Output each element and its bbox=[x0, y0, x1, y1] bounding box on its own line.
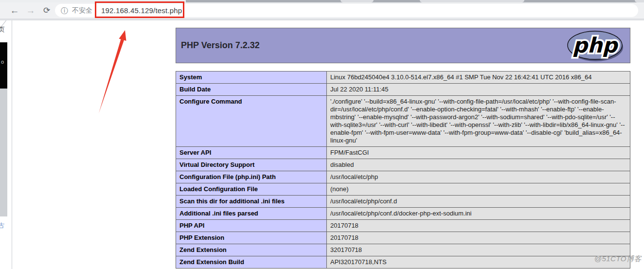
page-title: PHP Version 7.2.32 bbox=[181, 40, 260, 51]
row-label: Scan this dir for additional .ini files bbox=[176, 196, 327, 208]
table-row: Zend Extension 320170718 bbox=[176, 244, 630, 256]
php-logo: php bbox=[565, 29, 626, 62]
row-value: 320170718 bbox=[327, 244, 630, 256]
row-value: FPM/FastCGI bbox=[327, 147, 630, 159]
row-label: PHP API bbox=[176, 220, 327, 232]
table-row: Virtual Directory Support disabled bbox=[176, 159, 630, 171]
forward-button[interactable]: → bbox=[24, 4, 37, 17]
php-logo-text: php bbox=[572, 33, 619, 57]
row-value: Linux 76bd245040e4 3.10.0-514.el7.x86_64… bbox=[327, 72, 630, 84]
fragment-char-blue: 古 bbox=[0, 221, 4, 230]
row-value: (none) bbox=[327, 183, 630, 196]
row-value: './configure' '--build=x86_64-linux-gnu'… bbox=[327, 96, 630, 147]
row-label: Loaded Configuration File bbox=[176, 183, 327, 196]
row-label: Configuration File (php.ini) Path bbox=[176, 171, 327, 183]
table-row: Configure Command './configure' '--build… bbox=[176, 96, 630, 147]
back-button[interactable]: ← bbox=[8, 4, 21, 17]
table-row: Zend Extension Build API320170718,NTS bbox=[176, 256, 630, 269]
fragment-char-black-panel: o bbox=[1, 59, 4, 65]
watermark: @51CTO博客 bbox=[594, 254, 642, 264]
security-status-label: 不安全 bbox=[72, 6, 92, 15]
row-value: Jul 22 2020 11:11:45 bbox=[327, 84, 630, 96]
phpinfo-header: PHP Version 7.2.32 php bbox=[176, 28, 630, 63]
fragment-black-panel: o bbox=[0, 42, 7, 89]
fragment-gray-panel bbox=[0, 89, 7, 216]
table-row: Additional .ini files parsed /usr/local/… bbox=[176, 208, 630, 220]
row-value: /usr/local/etc/php/conf.d/docker-php-ext… bbox=[327, 208, 630, 220]
table-row: Configuration File (php.ini) Path /usr/l… bbox=[176, 171, 630, 183]
reload-button[interactable]: ⟳ bbox=[40, 4, 53, 17]
table-row: Build Date Jul 22 2020 11:11:45 bbox=[176, 84, 630, 96]
row-label: Virtual Directory Support bbox=[176, 159, 327, 171]
phpinfo-table: System Linux 76bd245040e4 3.10.0-514.el7… bbox=[176, 71, 630, 269]
address-bar[interactable]: ⓘ 不安全 192.168.45.129/test.php bbox=[55, 4, 638, 17]
row-label: Zend Extension bbox=[176, 244, 327, 256]
row-value: API320170718,NTS bbox=[327, 256, 630, 269]
table-row: Scan this dir for additional .ini files … bbox=[176, 196, 630, 208]
row-label: Build Date bbox=[176, 84, 327, 96]
row-value: 20170718 bbox=[327, 220, 630, 232]
row-label: System bbox=[176, 72, 327, 84]
background-window-sliver: 页 o 古 bbox=[0, 20, 12, 269]
table-row: Loaded Configuration File (none) bbox=[176, 183, 630, 196]
browser-toolbar: ← → ⟳ ⓘ 不安全 192.168.45.129/test.php bbox=[0, 2, 644, 18]
phpinfo-page: PHP Version 7.2.32 php System Linux 76bd… bbox=[176, 28, 630, 269]
row-label: Server API bbox=[176, 147, 327, 159]
row-label: Additional .ini files parsed bbox=[176, 208, 327, 220]
url-input[interactable]: 192.168.45.129/test.php bbox=[101, 6, 182, 15]
table-row: PHP Extension 20170718 bbox=[176, 232, 630, 244]
page-info-icon[interactable]: ⓘ bbox=[61, 7, 68, 14]
row-value: /usr/local/etc/php/conf.d bbox=[327, 196, 630, 208]
row-value: disabled bbox=[327, 159, 630, 171]
table-row: PHP API 20170718 bbox=[176, 220, 630, 232]
table-row: Server API FPM/FastCGI bbox=[176, 147, 630, 159]
row-label: PHP Extension bbox=[176, 232, 327, 244]
row-value: 20170718 bbox=[327, 232, 630, 244]
row-label: Zend Extension Build bbox=[176, 256, 327, 269]
toolbar-divider bbox=[0, 18, 644, 20]
row-label: Configure Command bbox=[176, 96, 327, 147]
table-row: System Linux 76bd245040e4 3.10.0-514.el7… bbox=[176, 72, 630, 84]
fragment-char-top: 页 bbox=[0, 25, 5, 34]
row-value: /usr/local/etc/php bbox=[327, 171, 630, 183]
